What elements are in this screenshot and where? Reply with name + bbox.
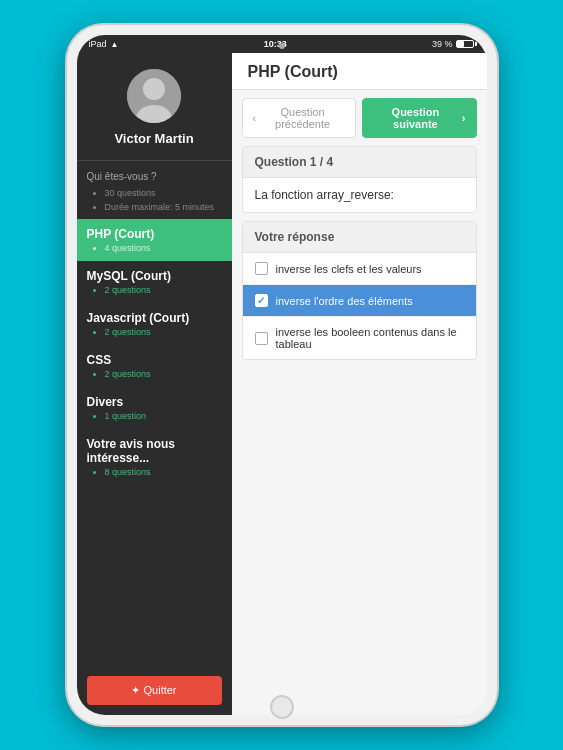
sidebar-item-css[interactable]: CSS 2 questions (77, 345, 232, 387)
prev-chevron-icon: ‹ (253, 112, 257, 124)
checkbox-0 (255, 262, 268, 275)
sidebar-item-php-label: PHP (Court) (87, 227, 222, 241)
ipad-screen: iPad ▲ 10:33 39 % (77, 35, 487, 715)
panel-title: PHP (Court) (248, 63, 471, 81)
sidebar-item-php[interactable]: PHP (Court) 4 questions (77, 219, 232, 261)
sidebar-item-avis-label: Votre avis nous intéresse... (87, 437, 222, 465)
question-body: La fonction array_reverse: (243, 178, 476, 212)
sidebar-item-javascript-sub: 2 questions (87, 327, 222, 337)
sidebar-item-css-label: CSS (87, 353, 222, 367)
sidebar-item-mysql-label: MySQL (Court) (87, 269, 222, 283)
question-header: Question 1 / 4 (243, 147, 476, 178)
next-question-button[interactable]: Question suivante › (362, 98, 477, 138)
sidebar-item-css-sub: 2 questions (87, 369, 222, 379)
sidebar-item-avis[interactable]: Votre avis nous intéresse... 8 questions (77, 429, 232, 485)
checkbox-2 (255, 332, 268, 345)
ipad-label: iPad (89, 39, 107, 49)
answer-card: Votre réponse inverse les clefs et les v… (242, 221, 477, 360)
svg-point-1 (143, 78, 165, 100)
next-chevron-icon: › (462, 112, 466, 124)
answer-header: Votre réponse (243, 222, 476, 253)
sidebar-spacer (77, 485, 232, 666)
answer-option-0[interactable]: inverse les clefs et les valeurs (243, 253, 476, 285)
wifi-icon: ▲ (111, 40, 119, 49)
battery-percent: 39 % (432, 39, 453, 49)
meta-questions: 30 questions (105, 186, 222, 200)
answer-text-0: inverse les clefs et les valeurs (276, 263, 422, 275)
answer-option-2[interactable]: inverse les booleen contenus dans le tab… (243, 317, 476, 359)
avatar (127, 69, 181, 123)
answer-option-1[interactable]: ✓ inverse l'ordre des éléments (243, 285, 476, 317)
profile-name: Victor Martin (114, 131, 193, 148)
camera-dot (279, 43, 285, 49)
nav-row: ‹ Question précédente Question suivante … (232, 90, 487, 146)
checkmark-icon: ✓ (257, 295, 265, 306)
sidebar-item-divers-sub: 1 question (87, 411, 222, 421)
prev-question-button[interactable]: ‹ Question précédente (242, 98, 357, 138)
sidebar-item-javascript[interactable]: Javascript (Court) 2 questions (77, 303, 232, 345)
sidebar-item-javascript-label: Javascript (Court) (87, 311, 222, 325)
home-button[interactable] (270, 695, 294, 719)
sidebar-profile: Victor Martin (77, 53, 232, 161)
sidebar-item-mysql-sub: 2 questions (87, 285, 222, 295)
battery-icon (456, 40, 474, 48)
main-content: Victor Martin Qui êtes-vous ? 30 questio… (77, 53, 487, 715)
prev-label: Question précédente (260, 106, 345, 130)
answer-text-1: inverse l'ordre des éléments (276, 295, 413, 307)
battery-fill (457, 41, 463, 47)
meta-duration: Durée maximale: 5 minutes (105, 200, 222, 214)
sidebar-meta: 30 questions Durée maximale: 5 minutes (87, 186, 222, 215)
sidebar-item-divers-label: Divers (87, 395, 222, 409)
sidebar-section-title: Qui êtes-vous ? (87, 171, 222, 182)
next-label: Question suivante (373, 106, 458, 130)
checkbox-1: ✓ (255, 294, 268, 307)
sidebar-item-php-sub: 4 questions (87, 243, 222, 253)
sidebar-item-divers[interactable]: Divers 1 question (77, 387, 232, 429)
sidebar-section: Qui êtes-vous ? 30 questions Durée maxim… (77, 161, 232, 219)
status-right: 39 % (432, 39, 475, 49)
sidebar: Victor Martin Qui êtes-vous ? 30 questio… (77, 53, 232, 715)
status-left: iPad ▲ (89, 39, 119, 49)
quit-button[interactable]: ✦ Quitter (87, 676, 222, 705)
sidebar-item-mysql[interactable]: MySQL (Court) 2 questions (77, 261, 232, 303)
panel-header: PHP (Court) (232, 53, 487, 90)
ipad-frame: iPad ▲ 10:33 39 % (67, 25, 497, 725)
sidebar-item-avis-sub: 8 questions (87, 467, 222, 477)
question-card: Question 1 / 4 La fonction array_reverse… (242, 146, 477, 213)
answer-text-2: inverse les booleen contenus dans le tab… (276, 326, 464, 350)
main-panel: PHP (Court) ‹ Question précédente Questi… (232, 53, 487, 715)
